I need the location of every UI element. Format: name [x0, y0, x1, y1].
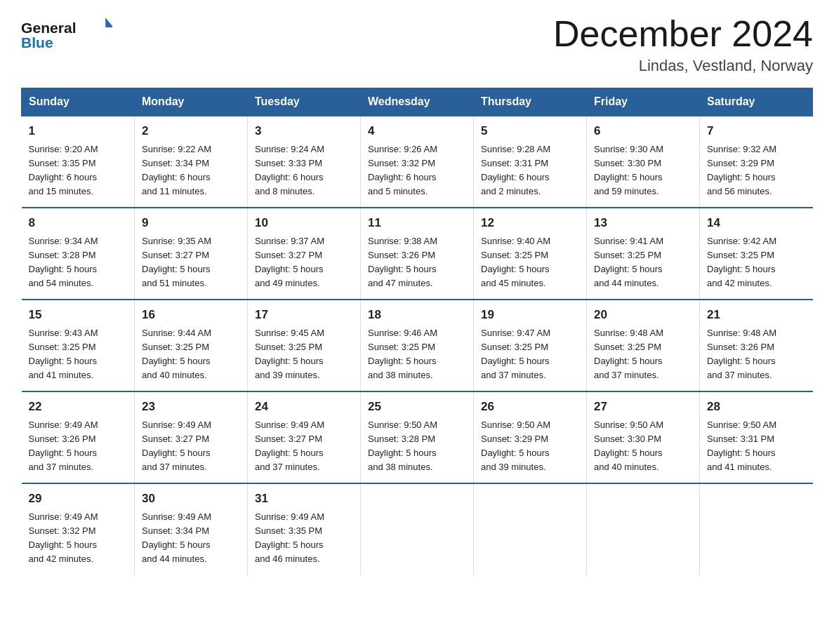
header-tuesday: Tuesday: [248, 88, 361, 116]
day-number: 11: [368, 214, 466, 232]
header-friday: Friday: [587, 88, 700, 116]
day-info: Sunrise: 9:49 AM Sunset: 3:34 PM Dayligh…: [142, 510, 240, 567]
day-info: Sunrise: 9:41 AM Sunset: 3:25 PM Dayligh…: [594, 234, 692, 291]
day-number: 23: [142, 398, 240, 416]
day-number: 8: [29, 214, 128, 232]
day-number: 15: [29, 306, 128, 324]
table-row: [361, 483, 474, 575]
table-row: 31Sunrise: 9:49 AM Sunset: 3:35 PM Dayli…: [248, 483, 361, 575]
svg-text:Blue: Blue: [21, 34, 53, 51]
table-row: 29Sunrise: 9:49 AM Sunset: 3:32 PM Dayli…: [22, 483, 135, 575]
day-number: 26: [481, 398, 579, 416]
table-row: 9Sunrise: 9:35 AM Sunset: 3:27 PM Daylig…: [135, 208, 248, 300]
day-info: Sunrise: 9:40 AM Sunset: 3:25 PM Dayligh…: [481, 234, 579, 291]
day-info: Sunrise: 9:49 AM Sunset: 3:26 PM Dayligh…: [29, 418, 128, 475]
calendar-week-row: 1Sunrise: 9:20 AM Sunset: 3:35 PM Daylig…: [22, 116, 813, 208]
table-row: 22Sunrise: 9:49 AM Sunset: 3:26 PM Dayli…: [22, 391, 135, 483]
day-info: Sunrise: 9:30 AM Sunset: 3:30 PM Dayligh…: [594, 142, 692, 199]
page-header: General Blue December 2024 Lindas, Vestl…: [21, 14, 813, 75]
day-number: 29: [29, 490, 128, 508]
day-info: Sunrise: 9:50 AM Sunset: 3:29 PM Dayligh…: [481, 418, 579, 475]
day-number: 6: [594, 122, 692, 140]
table-row: 11Sunrise: 9:38 AM Sunset: 3:26 PM Dayli…: [361, 208, 474, 300]
table-row: 16Sunrise: 9:44 AM Sunset: 3:25 PM Dayli…: [135, 300, 248, 391]
table-row: 7Sunrise: 9:32 AM Sunset: 3:29 PM Daylig…: [700, 116, 813, 208]
calendar-header-row: Sunday Monday Tuesday Wednesday Thursday…: [22, 88, 813, 116]
table-row: 25Sunrise: 9:50 AM Sunset: 3:28 PM Dayli…: [361, 391, 474, 483]
table-row: 12Sunrise: 9:40 AM Sunset: 3:25 PM Dayli…: [474, 208, 587, 300]
day-number: 31: [255, 490, 353, 508]
calendar-week-row: 8Sunrise: 9:34 AM Sunset: 3:28 PM Daylig…: [22, 208, 813, 300]
table-row: 28Sunrise: 9:50 AM Sunset: 3:31 PM Dayli…: [700, 391, 813, 483]
table-row: 26Sunrise: 9:50 AM Sunset: 3:29 PM Dayli…: [474, 391, 587, 483]
day-number: 12: [481, 214, 579, 232]
day-number: 28: [707, 398, 806, 416]
calendar-table: Sunday Monday Tuesday Wednesday Thursday…: [21, 88, 813, 575]
day-info: Sunrise: 9:50 AM Sunset: 3:28 PM Dayligh…: [368, 418, 466, 475]
logo-image: General Blue: [21, 14, 112, 53]
header-wednesday: Wednesday: [361, 88, 474, 116]
day-number: 7: [707, 122, 806, 140]
day-info: Sunrise: 9:24 AM Sunset: 3:33 PM Dayligh…: [255, 142, 353, 199]
table-row: 10Sunrise: 9:37 AM Sunset: 3:27 PM Dayli…: [248, 208, 361, 300]
header-saturday: Saturday: [700, 88, 813, 116]
day-info: Sunrise: 9:20 AM Sunset: 3:35 PM Dayligh…: [29, 142, 128, 199]
location-text: Lindas, Vestland, Norway: [553, 57, 813, 75]
day-number: 2: [142, 122, 240, 140]
day-number: 14: [707, 214, 806, 232]
header-thursday: Thursday: [474, 88, 587, 116]
table-row: 6Sunrise: 9:30 AM Sunset: 3:30 PM Daylig…: [587, 116, 700, 208]
day-info: Sunrise: 9:50 AM Sunset: 3:30 PM Dayligh…: [594, 418, 692, 475]
day-info: Sunrise: 9:45 AM Sunset: 3:25 PM Dayligh…: [255, 326, 353, 383]
day-number: 5: [481, 122, 579, 140]
day-info: Sunrise: 9:49 AM Sunset: 3:32 PM Dayligh…: [29, 510, 128, 567]
day-info: Sunrise: 9:37 AM Sunset: 3:27 PM Dayligh…: [255, 234, 353, 291]
day-info: Sunrise: 9:48 AM Sunset: 3:25 PM Dayligh…: [594, 326, 692, 383]
day-info: Sunrise: 9:44 AM Sunset: 3:25 PM Dayligh…: [142, 326, 240, 383]
table-row: 24Sunrise: 9:49 AM Sunset: 3:27 PM Dayli…: [248, 391, 361, 483]
day-number: 30: [142, 490, 240, 508]
header-sunday: Sunday: [22, 88, 135, 116]
logo: General Blue: [21, 14, 112, 53]
table-row: 3Sunrise: 9:24 AM Sunset: 3:33 PM Daylig…: [248, 116, 361, 208]
table-row: 15Sunrise: 9:43 AM Sunset: 3:25 PM Dayli…: [22, 300, 135, 391]
header-monday: Monday: [135, 88, 248, 116]
table-row: 30Sunrise: 9:49 AM Sunset: 3:34 PM Dayli…: [135, 483, 248, 575]
day-info: Sunrise: 9:35 AM Sunset: 3:27 PM Dayligh…: [142, 234, 240, 291]
day-number: 3: [255, 122, 353, 140]
day-number: 13: [594, 214, 692, 232]
day-number: 21: [707, 306, 806, 324]
calendar-week-row: 15Sunrise: 9:43 AM Sunset: 3:25 PM Dayli…: [22, 300, 813, 391]
day-info: Sunrise: 9:49 AM Sunset: 3:27 PM Dayligh…: [255, 418, 353, 475]
day-info: Sunrise: 9:49 AM Sunset: 3:27 PM Dayligh…: [142, 418, 240, 475]
month-title: December 2024: [553, 14, 813, 54]
day-number: 10: [255, 214, 353, 232]
day-info: Sunrise: 9:42 AM Sunset: 3:25 PM Dayligh…: [707, 234, 806, 291]
day-number: 22: [29, 398, 128, 416]
table-row: [587, 483, 700, 575]
day-info: Sunrise: 9:49 AM Sunset: 3:35 PM Dayligh…: [255, 510, 353, 567]
table-row: 2Sunrise: 9:22 AM Sunset: 3:34 PM Daylig…: [135, 116, 248, 208]
day-info: Sunrise: 9:46 AM Sunset: 3:25 PM Dayligh…: [368, 326, 466, 383]
day-number: 18: [368, 306, 466, 324]
day-number: 27: [594, 398, 692, 416]
day-info: Sunrise: 9:26 AM Sunset: 3:32 PM Dayligh…: [368, 142, 466, 199]
calendar-week-row: 22Sunrise: 9:49 AM Sunset: 3:26 PM Dayli…: [22, 391, 813, 483]
table-row: 5Sunrise: 9:28 AM Sunset: 3:31 PM Daylig…: [474, 116, 587, 208]
table-row: [700, 483, 813, 575]
day-number: 20: [594, 306, 692, 324]
day-info: Sunrise: 9:38 AM Sunset: 3:26 PM Dayligh…: [368, 234, 466, 291]
table-row: 19Sunrise: 9:47 AM Sunset: 3:25 PM Dayli…: [474, 300, 587, 391]
day-number: 25: [368, 398, 466, 416]
table-row: [474, 483, 587, 575]
day-number: 19: [481, 306, 579, 324]
table-row: 18Sunrise: 9:46 AM Sunset: 3:25 PM Dayli…: [361, 300, 474, 391]
day-info: Sunrise: 9:48 AM Sunset: 3:26 PM Dayligh…: [707, 326, 806, 383]
table-row: 8Sunrise: 9:34 AM Sunset: 3:28 PM Daylig…: [22, 208, 135, 300]
day-number: 9: [142, 214, 240, 232]
title-block: December 2024 Lindas, Vestland, Norway: [553, 14, 813, 75]
table-row: 17Sunrise: 9:45 AM Sunset: 3:25 PM Dayli…: [248, 300, 361, 391]
calendar-week-row: 29Sunrise: 9:49 AM Sunset: 3:32 PM Dayli…: [22, 483, 813, 575]
day-info: Sunrise: 9:34 AM Sunset: 3:28 PM Dayligh…: [29, 234, 128, 291]
day-info: Sunrise: 9:32 AM Sunset: 3:29 PM Dayligh…: [707, 142, 806, 199]
